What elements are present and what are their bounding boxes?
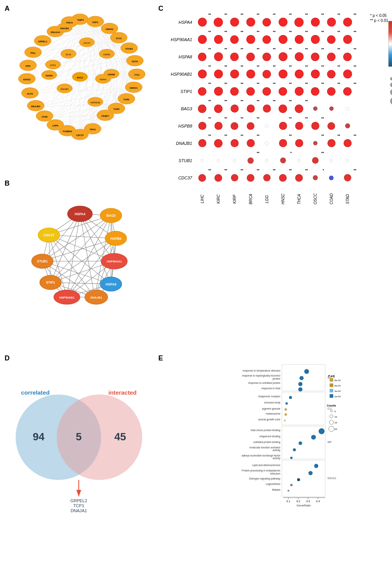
svg-text:TIP41: TIP41 <box>89 128 96 131</box>
svg-point-313 <box>289 396 292 399</box>
corr-cell <box>323 169 339 186</box>
svg-text:inclusion body: inclusion body <box>264 401 281 404</box>
corr-cell: ** <box>259 13 275 31</box>
svg-text:HSPB2: HSPB2 <box>108 73 115 76</box>
svg-text:BAG3: BAG3 <box>77 76 83 79</box>
corr-circle <box>329 106 334 111</box>
corr-cell <box>323 152 339 169</box>
corr-circle <box>247 139 255 147</box>
corr-cell: ** <box>259 48 275 65</box>
corr-circle <box>265 141 269 145</box>
corr-cell: ** <box>226 100 243 117</box>
corr-circle <box>311 53 319 61</box>
svg-text:adenyl-nucleotide exchange fac: adenyl-nucleotide exchange factor <box>242 454 281 457</box>
svg-point-312 <box>298 387 302 392</box>
svg-point-344 <box>329 426 334 432</box>
svg-text:response to topologically inco: response to topologically incorrect <box>242 374 281 377</box>
corr-circle <box>214 18 223 27</box>
corr-row-label-1: HSP90AA1 <box>163 31 194 48</box>
corr-cell: ** <box>339 169 355 186</box>
corr-cell: ** <box>194 83 210 100</box>
sig-star1: * p < 0.05 <box>370 13 388 18</box>
svg-text:OLR1: OLR1 <box>27 93 33 95</box>
svg-text:P adj: P adj <box>328 375 335 378</box>
corr-cell <box>339 100 355 117</box>
corr-circle <box>230 18 239 27</box>
svg-text:5: 5 <box>76 431 81 443</box>
svg-text:10: 10 <box>334 415 337 418</box>
corr-circle <box>295 105 303 113</box>
corr-col-label-THCA: THCA <box>291 188 307 211</box>
corr-circle <box>246 18 255 27</box>
corr-cell <box>323 100 339 117</box>
svg-point-314 <box>286 402 288 405</box>
svg-rect-332 <box>330 389 333 392</box>
corr-circle <box>230 53 239 61</box>
corr-circle <box>247 158 254 164</box>
svg-text:NRSC1: NRSC1 <box>130 87 138 89</box>
svg-text:DNAJB1: DNAJB1 <box>60 88 68 90</box>
corr-circle <box>214 52 223 61</box>
size-item-100: 1.00 <box>390 97 392 105</box>
corr-circle <box>262 70 271 78</box>
svg-text:CC: CC <box>327 407 332 410</box>
corr-cell: ** <box>291 117 307 134</box>
corr-cell: ** <box>194 117 210 134</box>
svg-rect-270 <box>282 392 325 425</box>
corr-circle <box>327 70 336 78</box>
corr-circle <box>279 87 287 96</box>
corr-circle <box>345 107 349 111</box>
corr-circle <box>198 35 207 44</box>
panel-d: D correlated interacted 94 5 45 <box>4 354 156 523</box>
corr-cell: ** <box>243 134 259 152</box>
corr-circle <box>230 35 239 44</box>
panel-a-label: A <box>5 5 10 13</box>
corr-circle <box>313 141 317 145</box>
cor-legend-title: Cor <box>388 15 392 20</box>
svg-text:MF: MF <box>327 440 332 444</box>
corr-cell: ** <box>243 83 259 100</box>
corr-cell: ** <box>275 83 291 100</box>
corr-circle <box>198 18 207 27</box>
svg-line-199 <box>80 214 95 297</box>
svg-text:15: 15 <box>334 421 337 424</box>
circular-network: FKBP4 HSF1 HSPH1 ST13 STUB1 SGTA TTCI NR… <box>15 12 145 142</box>
corr-cell: ** <box>210 100 226 117</box>
svg-text:0.2: 0.2 <box>296 500 300 503</box>
corr-circle <box>313 106 317 111</box>
svg-text:DNAJB1: DNAJB1 <box>90 296 102 299</box>
svg-text:4e-04: 4e-04 <box>334 390 341 392</box>
corr-circle <box>343 70 352 78</box>
svg-text:unfolded protein binding: unfolded protein binding <box>253 441 281 444</box>
corr-cell <box>259 134 275 152</box>
corr-circle <box>295 139 303 147</box>
corr-cell: ** <box>307 13 323 31</box>
corr-circle <box>311 70 320 78</box>
svg-point-340 <box>330 415 333 418</box>
svg-text:CD46: CD46 <box>42 116 48 118</box>
corr-circle <box>295 174 303 182</box>
corr-cell <box>339 117 355 134</box>
corr-cell: ** <box>243 100 259 117</box>
corr-cell: ** <box>194 13 210 31</box>
size-item-050: 0.50 <box>390 83 392 87</box>
corr-circle <box>343 87 352 96</box>
svg-point-315 <box>284 408 287 410</box>
svg-point-310 <box>299 376 304 380</box>
corr-cell: ** <box>194 134 210 152</box>
svg-text:HSPH1: HSPH1 <box>105 28 113 30</box>
svg-text:KEGG: KEGG <box>327 476 336 480</box>
corr-circle <box>329 176 334 180</box>
corr-circle <box>344 139 352 147</box>
svg-text:heat shock protein binding: heat shock protein binding <box>251 429 280 432</box>
svg-text:TTCI: TTCI <box>134 74 140 76</box>
corr-circle <box>343 18 352 27</box>
svg-point-311 <box>298 382 302 386</box>
corr-col-label-HNSC: HNSC <box>275 188 291 211</box>
corr-cell: ** <box>226 117 243 134</box>
corr-cell: ** <box>323 13 339 31</box>
corr-cell: ** <box>226 31 243 48</box>
hub-network: HSPA4 BAG3 CDC37 HSPB8 STUB1 HSP90AA1 <box>15 186 145 313</box>
venn-diagram: correlated interacted 94 5 45 GRPEL2 TCP… <box>6 363 154 524</box>
corr-circle <box>295 70 304 78</box>
